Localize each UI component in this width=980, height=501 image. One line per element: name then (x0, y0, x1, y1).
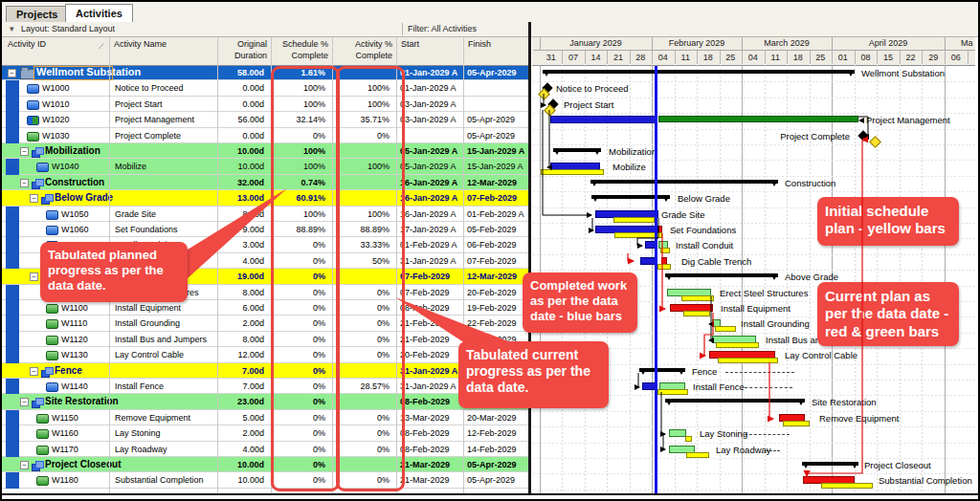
column-header-1[interactable]: Activity Name (110, 36, 218, 64)
activity-id: W1180 (52, 475, 78, 485)
table-row[interactable]: W1000Notice to Proceed0.00d100%100%01-Ja… (2, 80, 529, 96)
baseline-bar[interactable] (613, 217, 655, 223)
collapse-button[interactable]: − (20, 179, 29, 187)
activity-name: Notice to Proceed (115, 83, 184, 93)
cell-dur: 0.00d (218, 99, 264, 109)
table-row[interactable]: W1060Set Foundations9.00d88.89%88.89%17-… (2, 222, 529, 237)
row-gridline (533, 473, 975, 474)
table-row[interactable]: W1170Lay Roadway4.00d0%0%08-Feb-202914-F… (2, 442, 529, 457)
remaining-bar[interactable] (658, 116, 858, 122)
cell-start: 05-Jan-2029 A (400, 162, 457, 171)
column-header-2[interactable]: Original Duration (218, 36, 272, 64)
collapse-button[interactable]: − (8, 69, 16, 77)
baseline-bar[interactable] (683, 311, 710, 316)
table-row[interactable]: W1130Lay Control Cable12.00d0%0%20-Feb-2… (2, 347, 529, 362)
cell-dur: 7.00d (218, 381, 264, 391)
table-row[interactable]: W1140Install Fence7.00d0%28.57%31-Jan-20… (2, 379, 529, 394)
baseline-bar[interactable] (686, 452, 709, 458)
collapse-button[interactable]: − (20, 147, 29, 156)
cell-dur: 8.00d (218, 335, 264, 344)
layout-label[interactable]: Layout: Standard Layout (21, 24, 115, 33)
collapse-button[interactable]: − (20, 461, 29, 469)
table-row[interactable]: −Mobilization10.00d100%05-Jan-2029 A15-J… (2, 143, 529, 159)
chevron-down-icon[interactable]: ▾ (10, 24, 14, 33)
summary-bar[interactable] (543, 70, 855, 74)
table-row[interactable]: W1160Lay Stoning2.00d0%0%08-Feb-202912-F… (2, 425, 529, 441)
table-row[interactable]: W1040Mobilize10.00d100%100%05-Jan-2029 A… (2, 159, 529, 174)
pane-divider[interactable] (528, 22, 531, 493)
activity-name: Project Management (115, 115, 194, 124)
toolbar-divider (402, 23, 403, 35)
table-row[interactable]: W1120Install Bus and Jumpers8.00d0%0%21-… (2, 332, 529, 347)
summary-end-icon (543, 70, 550, 76)
table-row[interactable]: −Fence7.00d0%31-Jan-2029 A (2, 363, 529, 379)
table-row[interactable]: −Wellmont Substation58.00d1.61%01-Jan-20… (2, 65, 529, 80)
baseline-bar[interactable] (541, 169, 604, 175)
table-row[interactable]: −Below Grade13.00d60.91%16-Jan-2029 A07-… (2, 190, 529, 206)
table-row[interactable]: −Site Restoration23.00d0%08-Feb-2029 (2, 394, 529, 409)
remaining-bar[interactable] (669, 429, 686, 437)
baseline-bar[interactable] (783, 421, 810, 426)
bar-label: Construction (785, 178, 835, 188)
column-header-6[interactable]: Finish (464, 36, 529, 64)
table-row[interactable]: W1100Install Equipment6.00d0%0%08-Feb-20… (2, 300, 529, 316)
cell-finish: 05-Apr-2029 (467, 68, 517, 77)
row-gridline (533, 411, 975, 412)
baseline-bar[interactable] (657, 264, 671, 270)
summary-end-icon (665, 273, 673, 280)
summary-end-icon (770, 273, 778, 280)
milestone-icon[interactable] (858, 130, 868, 141)
baseline-bar[interactable] (716, 342, 759, 348)
table-row[interactable]: −Construction32.00d0.74%16-Jan-2029 A12-… (2, 175, 529, 190)
baseline-bar[interactable] (821, 483, 873, 489)
column-header-5[interactable]: Start (397, 36, 464, 64)
column-header-4[interactable]: Activity % Complete (333, 36, 397, 64)
summary-bar[interactable] (591, 195, 670, 199)
baseline-milestone-icon[interactable] (869, 136, 881, 148)
baseline-bar[interactable] (657, 389, 688, 395)
callout-3: Initial schedule plan - yellow bars (817, 197, 959, 246)
table-row[interactable]: W1150Remove Equipment5.00d0%0%13-Mar-202… (2, 410, 529, 425)
cell-dur: 0.00d (218, 83, 264, 93)
cell-start: 13-Mar-2029 (400, 413, 450, 423)
activity-name: Grade Site (115, 209, 156, 219)
table-row[interactable]: W1010Project Start0.00d100%100%03-Jan-20… (2, 97, 529, 112)
tab-activities[interactable]: Activities (65, 4, 133, 22)
baseline-bar[interactable] (718, 358, 778, 363)
summary-bar[interactable] (665, 399, 805, 403)
activity-name: Install Equipment (115, 303, 181, 313)
table-row[interactable]: W1110Install Grounding2.00d0%0%21-Feb-20… (2, 316, 529, 331)
table-row[interactable]: W1020Project Management56.00d32.14%35.71… (2, 112, 529, 127)
tab-projects[interactable]: Projects (6, 6, 68, 22)
column-header-3[interactable]: Schedule % Complete (272, 36, 333, 64)
baseline-bar[interactable] (715, 326, 736, 332)
activity-id: W1140 (61, 381, 88, 391)
table-row[interactable]: W1030Project Complete0.00d0%0%05-Apr-202… (2, 128, 529, 143)
activity-id: W1000 (42, 83, 70, 93)
activity-id: W1120 (61, 335, 88, 344)
baseline-bar[interactable] (660, 248, 670, 253)
baseline-bar[interactable] (685, 436, 692, 442)
table-row[interactable]: −Project Closeout10.00d0%21-Mar-202905-A… (2, 457, 529, 472)
summary-end-icon (639, 368, 647, 375)
bar-label: Install Grounding (741, 318, 810, 329)
column-header-0[interactable]: Activity ID (4, 36, 110, 64)
collapse-button[interactable]: − (20, 398, 29, 406)
table-row[interactable]: W1050Grade Site8.00d100%100%16-Jan-2029 … (2, 207, 529, 222)
wbs-name: Below Grade (55, 192, 113, 203)
filter-label[interactable]: Filter: All Activities (408, 24, 477, 33)
baseline-bar[interactable] (681, 295, 714, 301)
table-row[interactable]: W1180Substantial Completion10.00d0%0%21-… (2, 472, 529, 488)
collapse-button[interactable]: − (30, 272, 38, 281)
collapse-button[interactable]: − (30, 194, 38, 203)
project-color-strip (6, 128, 19, 143)
activity-name: Project Complete (115, 131, 181, 141)
completed-bar[interactable] (640, 257, 656, 265)
summary-bar[interactable] (590, 180, 778, 184)
bar-label: Lay Stoning (700, 428, 747, 439)
collapse-button[interactable]: − (30, 367, 38, 376)
completed-bar[interactable] (550, 116, 657, 123)
activity-name: Mobilize (115, 162, 146, 171)
summary-bar[interactable] (665, 273, 778, 277)
timeline-week: 29 (922, 51, 946, 64)
